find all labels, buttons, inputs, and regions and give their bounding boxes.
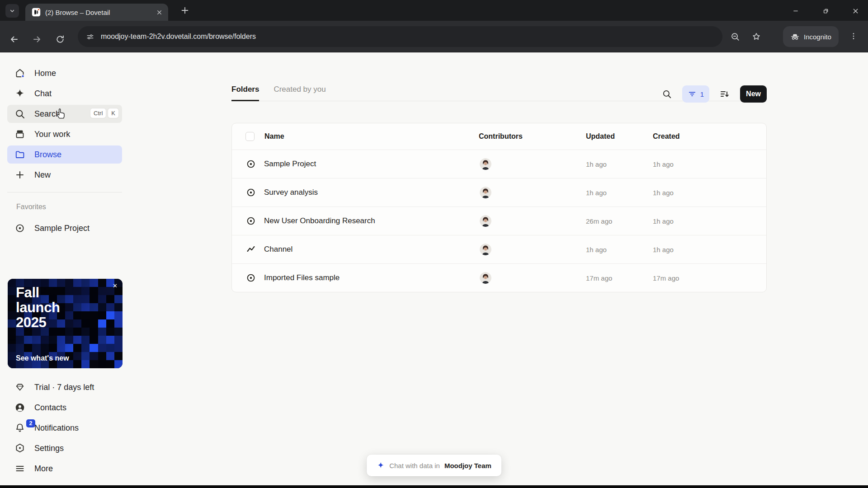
created-time: 1h ago xyxy=(653,160,766,168)
updated-time: 17m ago xyxy=(586,274,653,282)
back-arrow-icon xyxy=(9,34,19,45)
promo-close-icon[interactable]: ✕ xyxy=(113,282,118,289)
filter-count: 1 xyxy=(700,90,704,98)
target-icon xyxy=(245,187,256,198)
tab-folders[interactable]: Folders xyxy=(231,85,259,101)
sidebar-item-label: Contacts xyxy=(34,403,66,413)
promo-card[interactable]: Fall launch 2025 See what's new ✕ xyxy=(8,279,123,368)
table-row[interactable]: Sample Project 1h ago 1h ago xyxy=(232,150,766,178)
created-time: 1h ago xyxy=(653,217,766,225)
header-name: Name xyxy=(264,132,284,141)
contributor-avatar[interactable] xyxy=(480,187,491,198)
sidebar-item-label: Browse xyxy=(34,150,61,160)
table-row[interactable]: Channel 1h ago 1h ago xyxy=(232,235,766,263)
contributor-avatar[interactable] xyxy=(480,244,491,255)
browser-tab[interactable]: (2) Browse – Dovetail xyxy=(25,4,168,21)
search-icon xyxy=(14,108,25,119)
sidebar-item-browse[interactable]: Browse xyxy=(7,145,122,164)
table-body: Sample Project 1h ago 1h ago Survey anal… xyxy=(232,150,766,292)
sidebar-item-label: Your work xyxy=(34,130,70,139)
site-info-icon[interactable] xyxy=(86,33,94,41)
sparkle-icon xyxy=(14,88,25,99)
sparkle-icon xyxy=(377,461,385,469)
sidebar-item-chat[interactable]: Chat xyxy=(7,84,122,103)
browser-menu-button[interactable] xyxy=(849,32,858,41)
bookmark-star-icon[interactable] xyxy=(751,32,761,42)
window-restore-button[interactable] xyxy=(816,4,835,18)
folder-name: New User Onboarding Research xyxy=(264,216,375,225)
contributor-avatar[interactable] xyxy=(480,215,491,227)
sidebar-item-label: Chat xyxy=(34,89,52,99)
search-button[interactable] xyxy=(659,86,675,102)
sidebar-item-label: Trial · 7 days left xyxy=(34,383,94,392)
sidebar-item-contacts[interactable]: Contacts xyxy=(7,399,122,417)
sidebar-item-notifications[interactable]: 2 Notifications xyxy=(7,419,122,437)
sidebar: Home Chat Search Ctrl K xyxy=(0,52,131,485)
filter-icon xyxy=(688,89,697,99)
table-row[interactable]: New User Onboarding Research 26m ago 1h … xyxy=(232,206,766,235)
browser-window: (2) Browse – Dovetail xyxy=(0,0,868,488)
reload-button[interactable] xyxy=(52,31,68,47)
favorites-heading: Favorites xyxy=(16,203,46,211)
kebab-menu-icon xyxy=(849,32,858,41)
kbd-ctrl: Ctrl xyxy=(90,108,106,118)
chevron-down-icon xyxy=(9,7,16,14)
incognito-label: Incognito xyxy=(804,33,831,41)
sidebar-item-label: More xyxy=(34,464,53,474)
address-bar[interactable]: moodjoy-team-2h2v.dovetail.com/browse/fo… xyxy=(78,26,722,47)
main-content: Folders Created by you 1 New xyxy=(231,52,767,485)
header-updated: Updated xyxy=(586,132,653,141)
sort-button[interactable] xyxy=(717,86,733,102)
content-toolbar: 1 New xyxy=(659,84,767,104)
new-folder-button[interactable]: New xyxy=(740,85,767,103)
back-button[interactable] xyxy=(6,31,22,47)
folders-table: Name Contributors Updated Created Sample… xyxy=(231,123,767,292)
incognito-badge: Incognito xyxy=(783,26,839,47)
promo-cta[interactable]: See what's new xyxy=(16,354,69,362)
new-tab-button[interactable] xyxy=(180,5,190,15)
chat-toast[interactable]: Chat with data in Moodjoy Team xyxy=(367,455,501,476)
gem-icon xyxy=(14,382,25,393)
tab-close-button[interactable] xyxy=(156,9,163,16)
header-created: Created xyxy=(653,132,766,141)
created-time: 1h ago xyxy=(653,189,766,197)
sidebar-item-home[interactable]: Home xyxy=(7,64,122,82)
contributor-avatar[interactable] xyxy=(480,158,491,170)
tab-created-by-you[interactable]: Created by you xyxy=(274,85,326,101)
favorite-label: Sample Project xyxy=(34,224,90,233)
reload-icon xyxy=(55,34,65,44)
sidebar-item-trial[interactable]: Trial · 7 days left xyxy=(7,378,122,396)
tab-search-button[interactable] xyxy=(5,4,19,18)
filter-button[interactable]: 1 xyxy=(682,85,709,103)
forward-button[interactable] xyxy=(29,31,45,47)
tab-title: (2) Browse – Dovetail xyxy=(45,9,151,16)
window-close-button[interactable] xyxy=(846,4,865,18)
zigzag-icon xyxy=(245,244,256,255)
sort-icon xyxy=(719,89,730,99)
zoom-icon[interactable] xyxy=(730,32,740,42)
select-all-checkbox[interactable] xyxy=(245,132,255,141)
updated-time: 1h ago xyxy=(586,189,653,197)
favorite-sample-project[interactable]: Sample Project xyxy=(7,219,122,237)
sidebar-divider xyxy=(7,192,122,192)
dovetail-favicon xyxy=(32,8,41,17)
bell-icon: 2 xyxy=(14,422,25,433)
window-minimize-button[interactable] xyxy=(786,4,805,18)
sidebar-item-search[interactable]: Search Ctrl K xyxy=(7,105,122,123)
sidebar-item-more[interactable]: More xyxy=(7,460,122,478)
sidebar-item-your-work[interactable]: Your work xyxy=(7,125,122,143)
plus-icon xyxy=(14,169,25,180)
sidebar-item-settings[interactable]: Settings xyxy=(7,439,122,457)
target-icon xyxy=(245,159,256,169)
contributor-avatar[interactable] xyxy=(480,272,491,284)
sidebar-item-label: Settings xyxy=(34,444,64,453)
folder-icon xyxy=(14,149,25,160)
search-shortcut: Ctrl K xyxy=(90,108,118,118)
sidebar-item-new[interactable]: New xyxy=(7,166,122,184)
table-row[interactable]: Imported Files sample 17m ago 17m ago xyxy=(232,263,766,292)
tab-strip: (2) Browse – Dovetail xyxy=(0,0,868,21)
table-row[interactable]: Survey analysis 1h ago 1h ago xyxy=(232,178,766,206)
sidebar-item-label: Notifications xyxy=(34,423,79,433)
folder-name: Channel xyxy=(264,245,292,254)
target-icon xyxy=(245,272,256,283)
